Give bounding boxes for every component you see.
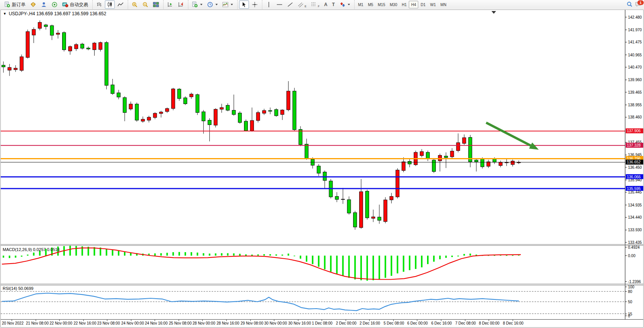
cursor-icon — [241, 2, 247, 8]
text-label-button[interactable]: T — [330, 0, 337, 9]
candle-body — [14, 68, 17, 70]
candlestick-button[interactable] — [105, 0, 115, 9]
candle-body — [499, 162, 502, 165]
time-tick-label: 2 Dec 00:00 — [336, 321, 357, 325]
timeframe-h1-button[interactable]: H1 — [400, 1, 409, 8]
macd-histogram-bar — [445, 256, 447, 258]
time-tick-label: 1 Dec 08:00 — [312, 321, 332, 325]
rsi-axis-label: 50 — [628, 300, 633, 304]
search-icon[interactable] — [626, 1, 633, 8]
horizontal-line-button[interactable] — [275, 0, 284, 9]
timeframe-d1-button[interactable]: D1 — [418, 1, 428, 8]
macd-histogram-bar — [263, 254, 265, 256]
candle-body — [347, 200, 351, 213]
bar-chart-button[interactable] — [94, 0, 104, 9]
time-tick-label: 7 Dec 08:00 — [455, 321, 476, 325]
timeframe-mn-button[interactable]: MN — [438, 1, 449, 8]
time-tick-label: 28 Nov 00:00 — [193, 321, 215, 325]
timeframe-w1-button[interactable]: W1 — [428, 1, 438, 8]
macd-histogram-bar — [391, 256, 392, 276]
timeframe-m30-button[interactable]: M30 — [387, 1, 399, 8]
text-button-glyph: A — [324, 2, 328, 7]
navigator-icon-button[interactable] — [39, 0, 49, 9]
chevron-down-icon[interactable] — [231, 4, 233, 5]
macd-label: MACD(12,26,9) 0.0257 0.0516 — [3, 247, 60, 252]
indicators-dropdown[interactable] — [220, 0, 235, 9]
auto-scroll-button[interactable] — [165, 0, 175, 9]
text-button[interactable]: A — [322, 0, 329, 9]
gold-gem-icon — [30, 2, 36, 8]
arrows-button[interactable] — [337, 0, 352, 9]
candle-body — [232, 110, 236, 114]
candle-body — [402, 162, 405, 171]
candles-icon — [107, 2, 113, 8]
chevron-down-icon[interactable] — [200, 4, 202, 5]
time-tick-label: 6 Dec 00:00 — [407, 321, 428, 325]
tile-windows-button[interactable] — [151, 0, 161, 9]
crosshair-button[interactable] — [250, 0, 260, 9]
macd-histogram-bar — [197, 253, 198, 256]
market-watch-icon-button[interactable] — [28, 0, 38, 9]
candle-body — [262, 110, 266, 113]
time-tick-label: 28 Nov 16:00 — [217, 321, 239, 325]
zoom-out-button[interactable] — [140, 0, 150, 9]
rsi-axis-label: 80 — [628, 290, 633, 294]
trendline-button[interactable] — [285, 0, 295, 9]
price-tick-label: 142.480 — [628, 15, 642, 19]
doc-plus-icon — [4, 2, 10, 8]
macd-histogram-bar — [360, 256, 362, 280]
zoom-in-button[interactable] — [130, 0, 140, 9]
fibonacci-button[interactable]: F — [309, 0, 321, 9]
text-label-button-glyph: T — [332, 2, 335, 7]
price-tick-label: 138.460 — [628, 115, 642, 119]
chart-shift-button[interactable] — [176, 0, 186, 9]
chart-window[interactable]: 142.480141.970141.475140.965140.470139.9… — [0, 9, 644, 328]
chevron-down-icon[interactable] — [215, 4, 218, 5]
new-order-button[interactable]: 新订单 — [2, 0, 27, 9]
macd-histogram-bar — [69, 246, 71, 256]
candle-body — [74, 45, 78, 49]
price-tick-label: 141.970 — [628, 28, 642, 32]
macd-histogram-bar — [3, 256, 4, 258]
signals-icon-button[interactable] — [50, 0, 59, 9]
candle-body — [360, 192, 363, 227]
price-chart[interactable]: 142.480141.970141.475140.965140.470139.9… — [0, 9, 644, 328]
candle-body — [2, 65, 5, 67]
candle-body — [463, 138, 466, 143]
main-toolbar: 新订单自动交易EFATM1M5M15M30H1H4D1W1MN1 — [0, 0, 644, 10]
period-dropdown[interactable] — [205, 0, 220, 9]
macd-histogram-bar — [281, 254, 283, 256]
cursor-button[interactable] — [239, 0, 249, 9]
linechart-icon — [117, 2, 124, 8]
candle-body — [26, 32, 29, 58]
channel-button[interactable]: E — [296, 0, 308, 9]
candle-body — [377, 217, 381, 220]
macd-histogram-bar — [318, 256, 320, 267]
macd-histogram-bar — [385, 256, 386, 278]
macd-axis-label: 0.4924 — [628, 245, 640, 250]
candle-body — [8, 67, 11, 70]
timeframe-m1-button[interactable]: M1 — [356, 1, 366, 8]
timeframe-m5-button[interactable]: M5 — [366, 1, 376, 8]
vertical-line-button[interactable] — [264, 0, 274, 9]
chevron-down-icon[interactable] — [348, 4, 350, 5]
candle-body — [99, 43, 102, 50]
rsi-axis-label: 0 — [628, 314, 630, 318]
price-tick-label: 138.955 — [628, 103, 642, 107]
new-order-dropdown[interactable] — [190, 0, 204, 9]
timeframe-h4-button[interactable]: H4 — [409, 1, 418, 8]
macd-histogram-bar — [342, 256, 344, 276]
macd-histogram-bar — [294, 256, 295, 256]
timeframe-m15-button[interactable]: M15 — [376, 1, 387, 8]
indicator-icon — [222, 2, 228, 8]
candle-body — [184, 98, 187, 104]
time-tick-label: 22 Nov 00:00 — [50, 321, 72, 325]
candle-body — [87, 48, 90, 49]
chat-button[interactable]: 1 — [635, 1, 642, 8]
autotrade-button[interactable]: 自动交易 — [60, 0, 90, 9]
price-tick-label: 134.935 — [628, 203, 642, 207]
line-chart-button[interactable] — [116, 0, 125, 9]
macd-histogram-bar — [160, 253, 162, 256]
macd-histogram-bar — [270, 254, 271, 256]
macd-histogram-bar — [276, 254, 277, 256]
